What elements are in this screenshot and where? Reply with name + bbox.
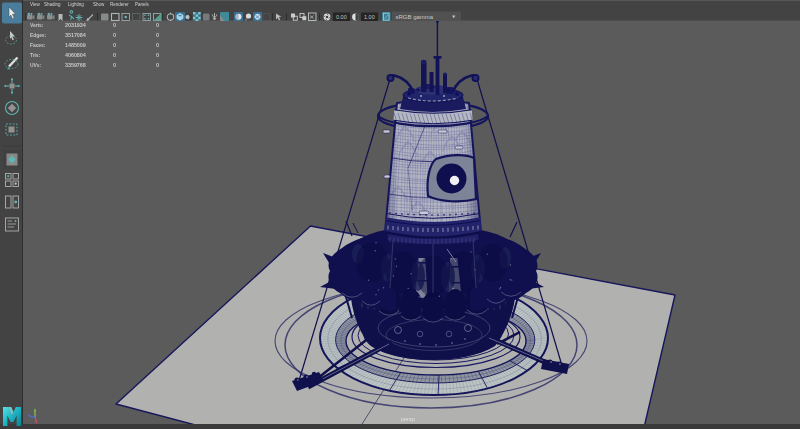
svg-text:0.00: 0.00	[336, 14, 347, 20]
svg-text:sRGB gamma: sRGB gamma	[396, 14, 434, 20]
svg-text:1.00: 1.00	[364, 14, 375, 20]
